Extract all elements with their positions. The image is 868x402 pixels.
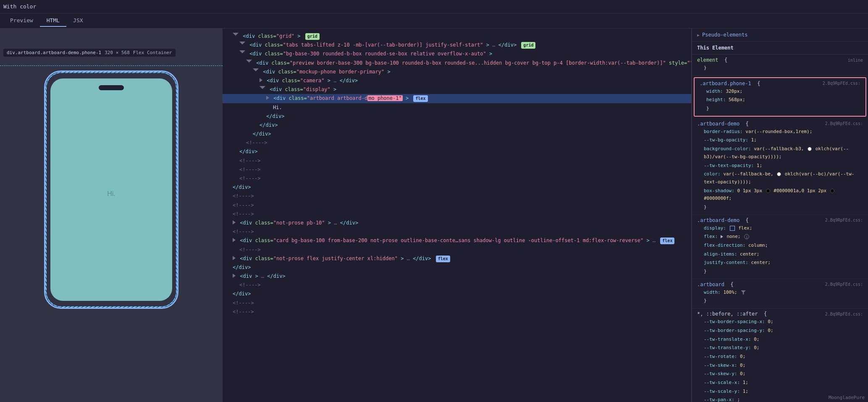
style-prop: --tw-translate-x: 0; [697,335,863,344]
triangle-icon[interactable] [266,96,269,100]
html-line[interactable]: <!----> [223,174,691,183]
tab-preview[interactable]: Preview [3,15,40,27]
style-block-element: element ︎ { inline } [692,55,868,76]
color-swatch-black2 [830,189,834,193]
triangle-icon[interactable] [260,86,265,91]
style-selector: .artboard ︎ { 2.Bq9RpFEd.css: [697,282,863,287]
style-prop: } [697,64,863,73]
html-panel[interactable]: <div class="grid" > grid <div class="tab… [223,29,692,402]
element-size: 320 × 568 [105,50,130,55]
style-prop: height: 568px; [700,96,860,104]
style-prop: background-color: var(--fallback-b3, okl… [697,145,863,161]
html-line[interactable]: </div> [223,112,691,121]
html-line[interactable]: <div class="card bg-base-100 from-base-2… [223,236,691,245]
triangle-icon[interactable] [239,50,245,55]
style-selector: .artboard-demo ︎ { 2.Bq9RpFEd.css: [697,217,863,223]
triangle-icon[interactable] [233,220,236,224]
element-type: Flex Container [133,50,172,55]
html-line[interactable]: <div class="bg-base-300 rounded-b-box ro… [223,50,691,58]
style-prop: flex-direction: column; [697,241,863,250]
style-prop: --tw-scale-x: 1; [697,379,863,387]
html-line[interactable]: </div> [223,130,691,138]
style-block-artboard-demo-1: .artboard-demo ︎ { 2.Bq9RpFEd.css: borde… [692,118,868,215]
html-line[interactable]: </div> [223,263,691,272]
triangle-icon[interactable] [239,42,245,47]
html-line[interactable]: <div class="not-prose pb-10" > … </div> [223,219,691,227]
triangle-icon[interactable] [260,78,262,82]
style-prop: box-shadow: 0 1px 3px #0000001a,0 1px 2p… [697,187,863,203]
style-prop: --tw-text-opacity: 1; [697,162,863,170]
html-line[interactable]: <div class="tabs tabs-lifted z-10 -mb-[v… [223,41,691,50]
color-swatch-white2 [777,172,781,176]
style-prop: align-items: center; [697,250,863,259]
style-selector: element ︎ { inline [697,57,863,63]
style-prop: --tw-bg-opacity: 1; [697,136,863,145]
html-line[interactable]: Hi. [223,103,691,112]
html-line[interactable]: <div class="display" > [223,85,691,94]
preview-panel: div.artboard.artboard-demo.phone-1 320 ×… [0,29,223,402]
style-block-artboard-demo-2: .artboard-demo ︎ { 2.Bq9RpFEd.css: displ… [692,215,868,279]
triangle-icon[interactable] [233,238,236,242]
html-line[interactable]: <!----> [223,165,691,174]
html-line[interactable]: </div> [223,147,691,156]
triangle-icon[interactable] [233,33,239,38]
html-line[interactable]: <!----> [223,227,691,236]
watermark: MoongladePure [829,395,865,400]
html-line[interactable]: <div class="mockup-phone border-primary"… [223,68,691,76]
html-line[interactable]: <!----> [223,201,691,210]
arrow-icon: ▶ [697,33,700,37]
html-line[interactable]: <!----> [223,281,691,290]
phone-camera [99,85,124,90]
html-line[interactable]: <!----> [223,157,691,165]
style-prop: } [700,104,860,113]
element-info-bar: div.artboard.artboard-demo.phone-1 320 ×… [3,49,176,57]
style-prop: justify-content: center; [697,258,863,267]
color-swatch-white [808,147,812,151]
html-line[interactable]: </div> [223,121,691,130]
style-prop: --tw-border-spacing-x: 0; [697,318,863,326]
style-prop: flex: none; i [697,232,863,241]
tab-jsx[interactable]: JSX [66,15,89,27]
html-line[interactable]: <!----> [223,192,691,201]
html-line[interactable]: <!----> [223,210,691,219]
triangle-icon[interactable] [233,256,236,260]
html-line[interactable]: <div class="grid" > grid [223,32,691,41]
style-block-artboard: .artboard ︎ { 2.Bq9RpFEd.css: width: 100… [692,279,868,308]
triangle-icon[interactable] [233,274,236,278]
ruler-top [0,65,223,66]
style-selector: .artboard.phone-1 ︎ { 2.Bq9RpFEd.css: [700,81,860,86]
this-element-label: This Element [692,42,868,55]
style-prop: width: 320px; [700,87,860,96]
html-line[interactable]: </div> [223,183,691,192]
style-prop: } [697,203,863,212]
html-line[interactable]: <!----> [223,138,691,147]
html-line-selected[interactable]: <div class="artboard artboard-dmo phone-… [223,94,691,103]
phone-container: Hi. [44,70,178,309]
style-prop: } [697,297,863,305]
flex-icon [730,226,735,231]
html-line[interactable]: <!----> [223,308,691,316]
pseudo-elements-header[interactable]: ▶ Pseudo-elements [692,29,868,42]
top-bar: With color [0,0,868,13]
tab-html[interactable]: HTML [40,15,66,27]
style-selector: *, ::before, ::after ︎ { 2.Bq9RpFEd.css: [697,311,863,317]
html-line[interactable]: </div> [223,290,691,298]
html-line[interactable]: <div class="not-prose flex justify-cente… [223,254,691,263]
html-line[interactable]: <div > … </div> [223,272,691,281]
style-prop: --tw-skew-x: 0; [697,361,863,370]
style-prop: display: flex; [697,224,863,233]
triangle-icon[interactable] [246,60,252,65]
style-block-universal: *, ::before, ::after ︎ { 2.Bq9RpFEd.css:… [692,308,868,402]
style-prop: --tw-border-spacing-y: 0; [697,326,863,335]
html-line[interactable]: <div class="camera" > … </div> [223,76,691,85]
html-line[interactable]: <!----> [223,245,691,254]
phone-outer: Hi. [44,70,178,309]
style-prop: --tw-rotate: 0; [697,352,863,361]
style-prop: width: 100%; [697,288,863,297]
top-bar-title: With color [3,3,36,10]
html-line[interactable]: <!----> [223,299,691,308]
html-line[interactable]: <div class="preview border-base-300 bg-b… [223,59,691,68]
funnel-icon [741,290,746,295]
triangle-icon[interactable] [253,68,259,73]
style-selector: .artboard-demo ︎ { 2.Bq9RpFEd.css: [697,121,863,127]
